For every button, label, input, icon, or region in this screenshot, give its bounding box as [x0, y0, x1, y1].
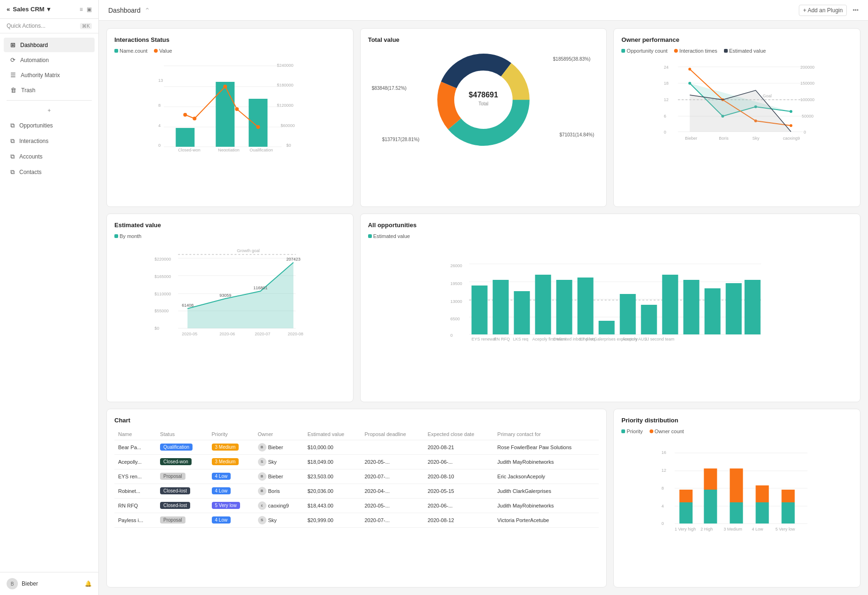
svg-text:$110000: $110000	[154, 292, 171, 296]
owner-avatar: B	[258, 443, 266, 452]
more-icon[interactable]: •••	[852, 7, 859, 14]
svg-text:4: 4	[662, 504, 664, 508]
cell-priority: 4 Low	[208, 484, 254, 498]
cell-estimated: $20,036.00	[304, 484, 361, 498]
owner-perf-chart: 0 6 12 18 24 0 50000 100000 150000 20000…	[621, 57, 852, 151]
trash-icon: 🗑	[10, 87, 16, 94]
quick-actions[interactable]: Quick Actions... ⌘K	[0, 19, 98, 33]
svg-text:13000: 13000	[450, 299, 462, 304]
cell-name: RN RFQ	[114, 498, 156, 513]
svg-text:Growth goal: Growth goal	[237, 248, 260, 253]
sidebar-item-contacts[interactable]: ⧉ Contacts	[4, 165, 95, 180]
svg-rect-102	[598, 321, 614, 334]
sidebar-add-button[interactable]: +	[0, 103, 98, 118]
svg-point-53	[790, 110, 793, 113]
all-opportunities-card: All opportunities Estimated value 0 6500…	[360, 214, 860, 402]
svg-rect-104	[641, 305, 657, 334]
owner-perf-legend: Opportunity count Interaction times Esti…	[621, 48, 852, 54]
cell-status: Closed-won	[156, 454, 208, 469]
sidebar: « Sales CRM ▾ ≡ ▣ Quick Actions... ⌘K ⊞ …	[0, 0, 99, 595]
sidebar-item-authority-matrix[interactable]: ☰ Authority Matrix	[4, 68, 95, 82]
dashboard-icon: ⊞	[10, 41, 16, 48]
owner-perf-svg: 0 6 12 18 24 0 50000 100000 150000 20000…	[621, 57, 852, 147]
cell-name: Payless i...	[114, 513, 156, 527]
svg-rect-96	[471, 286, 487, 334]
cell-status: Proposal	[156, 469, 208, 484]
svg-text:50000: 50000	[802, 114, 814, 119]
svg-rect-105	[662, 275, 678, 334]
svg-text:Boris: Boris	[719, 136, 729, 141]
page-title: Dashboard	[108, 7, 141, 14]
sidebar-nav: ⊞ Dashboard ⟳ Automation ☰ Authority Mat…	[0, 33, 98, 184]
sidebar-item-label: Automation	[20, 57, 49, 63]
bell-icon[interactable]: 🔔	[85, 580, 92, 587]
sidebar-item-accounts[interactable]: ⧉ Accounts	[4, 149, 95, 164]
chart-table-title: Chart	[114, 417, 599, 424]
sidebar-item-trash[interactable]: 🗑 Trash	[4, 83, 95, 97]
cell-estimated: $20,999.00	[304, 513, 361, 527]
sidebar-item-dashboard[interactable]: ⊞ Dashboard	[4, 38, 95, 52]
svg-text:19500: 19500	[450, 281, 462, 286]
cell-close: 2020-06-...	[424, 498, 493, 513]
svg-text:3 Medium: 3 Medium	[724, 527, 743, 532]
interactions-status-title: Interactions Status	[114, 36, 346, 43]
chevron-icon: ⌃	[145, 7, 150, 14]
sidebar-header: « Sales CRM ▾ ≡ ▣	[0, 0, 98, 19]
col-status: Status	[156, 428, 208, 440]
svg-text:6500: 6500	[450, 317, 459, 321]
col-estimated: Estimated value	[304, 428, 361, 440]
menu-icon[interactable]: ≡	[80, 6, 83, 13]
svg-point-21	[193, 117, 196, 120]
svg-text:93059: 93059	[219, 293, 231, 298]
svg-text:1 Very high: 1 Very high	[675, 527, 696, 532]
add-plugin-button[interactable]: + Add an Plugin	[799, 5, 847, 16]
sidebar-item-label: Dashboard	[20, 42, 48, 48]
sidebar-item-interactions[interactable]: ⧉ Interactions	[4, 134, 95, 149]
accounts-icon: ⧉	[10, 153, 15, 160]
svg-text:JJ second team: JJ second team	[644, 337, 674, 341]
all-opps-chart: 0 6500 13000 19500 26000 VIP	[368, 243, 852, 346]
svg-text:caoxing9: caoxing9	[783, 136, 800, 141]
sidebar-item-label: Authority Matrix	[21, 72, 60, 79]
topbar-left: Dashboard ⌃	[108, 7, 150, 14]
sidebar-item-automation[interactable]: ⟳ Automation	[4, 53, 95, 67]
sidebar-item-opportunities[interactable]: ⧉ Opportunities	[4, 118, 95, 133]
owner-avatar: B	[258, 487, 266, 495]
svg-text:Closed-won: Closed-won	[178, 148, 201, 151]
svg-text:8: 8	[158, 103, 161, 108]
quick-actions-label: Quick Actions...	[7, 23, 46, 29]
svg-point-57	[790, 124, 793, 127]
svg-rect-136	[756, 485, 769, 502]
col-owner: Owner	[254, 428, 304, 440]
cell-proposal: 2020-05-...	[361, 454, 424, 469]
col-close: Expected close date	[424, 428, 493, 440]
svg-text:EYS renewal: EYS renewal	[471, 337, 496, 341]
app-logo[interactable]: « Sales CRM ▾	[7, 6, 50, 13]
col-proposal: Proposal deadline	[361, 428, 424, 440]
sidebar-item-label: Opportunities	[19, 122, 53, 129]
svg-text:$165000: $165000	[154, 274, 171, 279]
cell-name: EYS ren...	[114, 469, 156, 484]
svg-text:4: 4	[158, 123, 161, 128]
table-wrap: Name Status Priority Owner Estimated val…	[114, 428, 599, 528]
all-opps-svg: 0 6500 13000 19500 26000 VIP	[368, 243, 852, 341]
cell-contact: Rose FowlerBear Paw Solutions	[494, 440, 599, 454]
cell-owner: SSky	[254, 513, 304, 527]
chevron-left-icon: «	[7, 6, 10, 13]
cell-close: 2020-08-21	[424, 440, 493, 454]
legend-priority: Priority	[621, 428, 643, 434]
cell-owner: BBieber	[254, 440, 304, 454]
layout-icon[interactable]: ▣	[87, 6, 92, 13]
total-value-card: Total value $478691 Total	[360, 28, 607, 207]
svg-text:207423: 207423	[286, 257, 300, 262]
cell-owner: BBieber	[254, 469, 304, 484]
chart-table: Name Status Priority Owner Estimated val…	[114, 428, 599, 528]
automation-icon: ⟳	[10, 56, 16, 63]
sidebar-item-label: Trash	[21, 87, 35, 94]
cell-contact: Judith MayRobinetworks	[494, 498, 599, 513]
donut-svg: $478691 Total	[432, 48, 535, 151]
svg-text:Goal: Goal	[763, 94, 772, 98]
cell-owner: ccaoxing9	[254, 498, 304, 513]
quick-actions-kbd: ⌘K	[80, 23, 92, 29]
sidebar-item-label: Contacts	[19, 169, 41, 175]
